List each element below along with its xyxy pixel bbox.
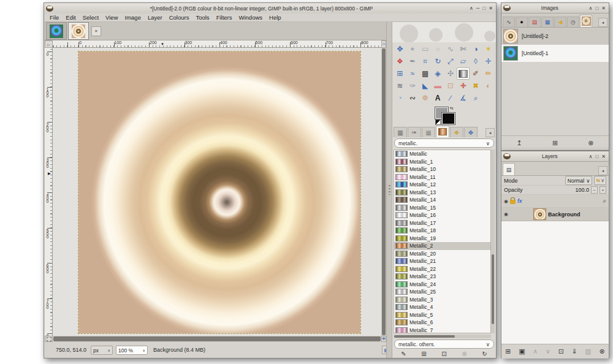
pan-view-button[interactable]: ✥ [381,336,386,342]
colour-picker-tool[interactable]: ∕ [444,92,457,104]
menu-view[interactable]: View [102,14,121,21]
menu-help[interactable]: Help [266,14,284,21]
zoom-follow-window-button[interactable]: ⊡ [381,40,386,48]
free-select-tool[interactable]: ∿ [444,43,457,55]
move-tool[interactable]: ✥ [394,43,406,55]
quick-mask-toggle[interactable] [45,336,53,342]
tab-layers[interactable]: ▤ [503,163,515,175]
effects-icon[interactable]: fx [517,198,522,204]
gradient-item-metallic_2[interactable]: Metallic_2 [394,242,490,250]
pencil-tool[interactable]: ✏ [482,67,495,80]
align-tool[interactable]: ⌖ [406,43,419,55]
vertical-ruler[interactable]: ▶0100200300400500600700800 [45,48,53,336]
handle-transform-tool[interactable]: ⊞ [394,67,406,80]
rectangle-select-tool[interactable]: ▭ [419,43,432,55]
gradient-item-metallic_3[interactable]: Metallic_3 [394,296,490,304]
gradient-tag-entry[interactable]: metallic. others. ∨ [394,339,494,349]
colour-swatches[interactable]: ⇆ [435,106,456,124]
image-item-untitled-2[interactable]: [Untitled]-2 [501,28,609,45]
menu-image[interactable]: Image [122,14,144,21]
minimize-button[interactable]: ─ [476,4,480,13]
new-gradient-button[interactable]: ⊞ [421,351,426,357]
tab-dynamics[interactable]: ∿ [503,17,515,27]
gradient-item-metallic_23[interactable]: Metallic_23 [394,273,490,281]
image-tab-untitled-2[interactable] [68,22,89,40]
tab-history[interactable]: ◷ [567,17,579,27]
duplicate-gradient-button[interactable]: ⊡ [441,351,446,357]
gradient-item-metallic[interactable]: Metallic [394,150,490,158]
gradient-item-metallic_15[interactable]: Metallic_15 [394,204,490,212]
measure-tool[interactable]: ∡ [457,92,470,104]
scroll-thumb[interactable] [394,335,455,338]
gradient-item-metallic_12[interactable]: Metallic_12 [394,181,490,189]
canvas-vertical-scrollbar[interactable] [381,48,386,336]
gradient-item-metallic_16[interactable]: Metallic_16 [394,211,490,219]
gradient-list-vscrollbar[interactable] [491,150,495,333]
gradient-item-metallic_18[interactable]: Metallic_18 [394,227,490,235]
dodge-burn-tool[interactable]: ◐ [482,80,495,92]
tab-patterns[interactable]: ▦ [422,127,435,137]
background-colour-swatch[interactable] [442,113,455,124]
zoom-tool[interactable]: ⌕ [470,92,482,104]
layer-visibility-toggle[interactable]: ◉ [504,211,508,217]
scissors-select-tool[interactable]: ✄ [457,43,470,55]
gradient-item-metallic_7[interactable]: Metallic_7 [394,327,490,334]
tab-brushes[interactable]: ● [516,17,528,27]
menu-select[interactable]: Select [80,14,102,21]
close-button[interactable]: ✕ [489,4,493,13]
perspective-clone-tool[interactable]: ✖ [470,80,482,92]
visibility-column-icon[interactable]: ◉ [504,199,508,204]
delete-image-button[interactable]: ⊗ [588,140,593,146]
menu-filters[interactable]: Filters [213,14,235,21]
tab-palettes[interactable]: ❖ [450,127,463,137]
maximize-button[interactable]: □ [595,4,598,13]
smudge-tool[interactable]: ∾ [406,92,419,104]
tab-menu-button[interactable]: ◄ [485,128,495,137]
close-button[interactable]: ✕ [601,4,606,13]
foreground-select-tool[interactable]: ◑ [470,43,482,55]
heal-tool[interactable]: ✚ [457,80,470,92]
merge-down-button[interactable]: ⇓ [571,348,577,355]
canvas-viewport[interactable] [53,48,381,336]
close-tab-button[interactable]: ✕ [91,26,101,36]
eraser-tool[interactable]: ▬ [432,80,444,92]
raise-to-top-button[interactable]: ↥ [517,140,522,146]
blur-sharpen-tool[interactable]: ◔ [394,92,406,104]
gradient-item-metallic_13[interactable]: Metallic_13 [394,189,490,197]
gradient-item-metallic_10[interactable]: Metallic_10 [394,165,490,173]
menu-windows[interactable]: Windows [236,14,266,21]
menu-colours[interactable]: Colours [166,14,192,21]
dock-resize-handle[interactable] [386,22,392,358]
images-titlebar[interactable]: Images ∧□✕ [501,3,609,13]
bucket-fill-tool[interactable]: ◣ [419,80,432,92]
gradient-item-metallic_14[interactable]: Metallic_14 [394,196,490,204]
shade-button[interactable]: ∧ [589,152,593,161]
gradient-item-metallic_21[interactable]: Metallic_21 [394,257,490,265]
scale-tool[interactable]: ⤢ [444,55,457,67]
ink-tool[interactable]: ✑ [406,80,419,92]
duplicate-layer-button[interactable]: ⊡ [558,348,564,355]
tab-menu-button[interactable]: ◄ [598,166,607,175]
text-tool[interactable]: A [432,92,444,104]
delete-layer-button[interactable]: ⊗ [599,348,604,355]
lock-icon[interactable] [510,200,516,204]
mypaint-brush-tool[interactable]: ❁ [419,92,432,104]
tab-palettes[interactable]: ▤ [528,17,541,27]
canvas-image[interactable] [78,51,360,333]
shade-button[interactable]: ∧ [470,4,473,13]
mode-group-switch-button[interactable]: ⇆ ∨ [594,176,606,185]
ruler-corner-button[interactable]: ▷ [45,40,53,48]
scroll-thumb[interactable] [492,254,494,324]
layers-titlebar[interactable]: Layers ∧□✕ [501,151,609,162]
gradient-item-metallic_5[interactable]: Metallic_5 [394,311,490,319]
layer-opacity-row[interactable]: Opacity 100.0 − + [501,186,609,195]
default-colours-icon[interactable] [435,119,441,125]
warp-transform-tool[interactable]: ≈ [406,67,419,80]
gradient-item-metallic_19[interactable]: Metallic_19 [394,235,490,243]
tab-images[interactable] [580,15,592,27]
n-point-deformation-tool[interactable]: ✣ [444,67,457,80]
seamless-clone-tool[interactable]: ▩ [419,67,432,80]
airbrush-tool[interactable]: ≋ [394,80,406,92]
gradient-item-metallic_24[interactable]: Metallic_24 [394,281,490,289]
menu-tools[interactable]: Tools [192,14,212,21]
